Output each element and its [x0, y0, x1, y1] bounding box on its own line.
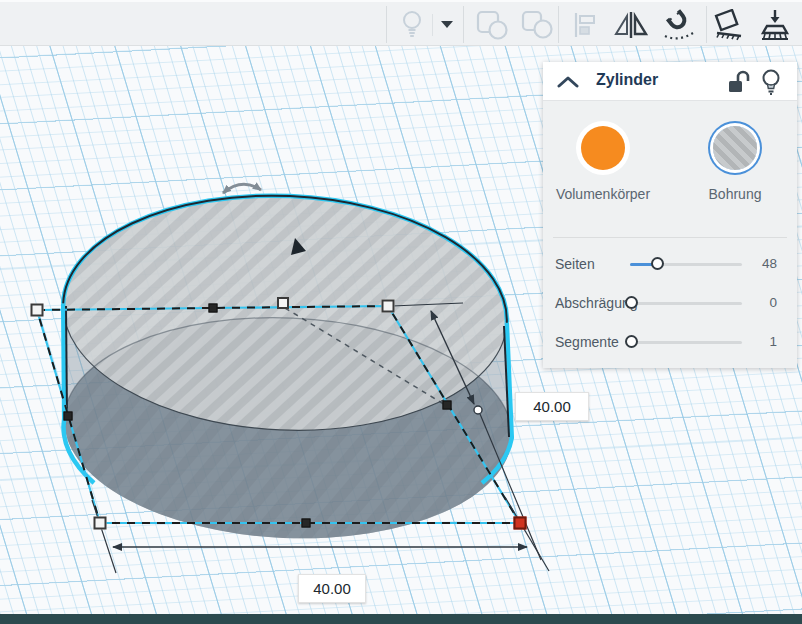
inspector-header: Zylinder [543, 62, 797, 101]
panel-title: Zylinder [596, 71, 658, 89]
slider-label: Segmente [555, 334, 619, 350]
drop-to-workplane-icon [757, 9, 793, 41]
ungroup-icon [520, 9, 554, 41]
align-icon [570, 10, 600, 40]
edge-handle-top[interactable] [209, 304, 218, 313]
drop-to-workplane-button[interactable] [756, 7, 794, 43]
slider-thumb[interactable] [651, 257, 664, 270]
lightbulb-icon [760, 68, 782, 96]
magnet-icon [659, 8, 697, 42]
slider-thumb[interactable] [625, 296, 638, 309]
slider-label: Seiten [555, 256, 595, 272]
rotate-handle-icon[interactable] [223, 184, 261, 193]
slider-row-segmente: Segmente 1 [543, 332, 797, 352]
view-light-caret-button[interactable] [437, 7, 457, 43]
slider-row-seiten: Seiten 48 [543, 254, 797, 274]
view-light-button [393, 7, 431, 43]
ungroup-button [518, 7, 556, 43]
height-dimension-value[interactable]: 40.00 [515, 392, 589, 421]
lightbulb-icon [399, 9, 425, 41]
workplane-icon [710, 9, 748, 41]
edge-handle-right[interactable] [443, 401, 452, 410]
seiten-slider[interactable] [630, 263, 742, 266]
option-hole-label: Bohrung [680, 186, 790, 202]
slider-value: 0 [745, 295, 777, 310]
slider-thumb[interactable] [625, 335, 638, 348]
chevron-up-icon [557, 76, 579, 88]
corner-handle-west[interactable] [31, 304, 44, 317]
mirror-icon [613, 10, 649, 40]
width-dimension-value[interactable]: 40.00 [298, 574, 366, 603]
snap-button[interactable] [659, 7, 697, 43]
hide-button[interactable] [758, 68, 784, 96]
lock-button[interactable] [726, 68, 752, 96]
height-handle[interactable] [277, 297, 289, 309]
group-icon [475, 9, 509, 41]
edge-handle-left[interactable] [64, 412, 73, 421]
slider-value: 1 [745, 334, 777, 349]
shape-inspector-panel: Zylinder Volumenkörper Bohrung Seiten [543, 62, 797, 368]
hole-striped-circle[interactable] [713, 126, 757, 170]
bottom-edge-bar [0, 614, 802, 624]
corner-handle-north[interactable] [382, 300, 395, 313]
option-solid-label: Volumenkörper [548, 186, 658, 202]
collapse-panel-button[interactable] [555, 68, 581, 96]
caret-down-icon [441, 21, 453, 29]
top-toolbar [0, 0, 802, 46]
group-button [473, 7, 511, 43]
corner-handle-south[interactable] [94, 517, 107, 530]
segmente-slider[interactable] [630, 341, 742, 344]
slider-row-abschraegung: Abschrägung 0 [543, 293, 797, 313]
workplane-button[interactable] [710, 7, 748, 43]
option-solid[interactable]: Volumenkörper [548, 126, 658, 202]
corner-handle-east-active[interactable] [514, 517, 527, 530]
mirror-button[interactable] [612, 7, 650, 43]
edge-handle-bottom[interactable] [302, 519, 311, 528]
slider-value: 48 [745, 256, 777, 271]
align-button [566, 7, 604, 43]
solid-color-circle[interactable] [581, 126, 625, 170]
panel-divider [553, 237, 787, 238]
abschraegung-slider[interactable] [630, 302, 742, 305]
unlock-icon [727, 69, 751, 95]
option-hole[interactable]: Bohrung [680, 126, 790, 202]
